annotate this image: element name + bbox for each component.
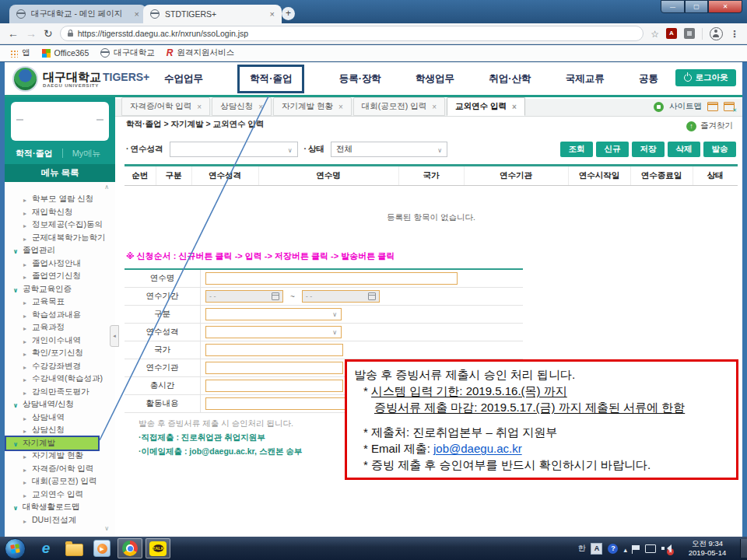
sitemap-link[interactable]: 사이트맵 <box>669 101 702 112</box>
send-button[interactable]: 발송 <box>703 142 736 157</box>
sidebar-item[interactable]: 졸업사정안내 <box>5 257 115 271</box>
new-tab-button[interactable]: + <box>282 7 295 20</box>
sidebar-item[interactable]: 수강내역(학습성과) <box>5 373 115 386</box>
bookmark-star-icon[interactable] <box>651 26 659 40</box>
start-date-input[interactable]: - - <box>205 290 283 303</box>
address-bar[interactable]: https://tigersstd.daegu.ac.kr/nxrun/ssoL… <box>60 26 644 41</box>
sidebar-item[interactable]: 대회(공모전) 입력 <box>5 475 115 488</box>
action-center-flag-icon[interactable] <box>633 545 640 550</box>
content-tab-outside-training[interactable]: 교외연수 입력 <box>447 97 525 116</box>
sidebar-item-outside-training[interactable]: 교외연수 입력 <box>5 488 115 502</box>
close-tab-icon[interactable] <box>338 102 343 111</box>
sidebar-item[interactable]: 상담내역 <box>5 411 115 425</box>
bookmark-office365[interactable]: Office365 <box>42 48 89 58</box>
delete-button[interactable]: 삭제 <box>668 142 700 157</box>
close-tab-icon[interactable] <box>270 9 275 19</box>
nav-student-affairs[interactable]: 학생업무 <box>416 72 454 86</box>
bookmark-daegu[interactable]: 대구대학교 <box>100 47 155 58</box>
calendar-icon[interactable] <box>368 292 376 300</box>
extension-icon[interactable] <box>684 28 695 39</box>
sidebar-group-counseling[interactable]: 상담내역/신청 <box>5 398 115 411</box>
back-button[interactable]: ← <box>8 27 19 40</box>
start-button[interactable] <box>5 538 26 559</box>
network-icon[interactable] <box>645 544 656 553</box>
ime-english-indicator[interactable]: A <box>591 543 602 555</box>
training-nature-select[interactable] <box>170 142 298 157</box>
profile-icon[interactable] <box>710 27 723 40</box>
maximize-button[interactable] <box>685 0 708 13</box>
menu-dots-icon[interactable] <box>730 26 739 40</box>
minimize-button[interactable] <box>661 0 685 13</box>
reload-button[interactable]: ↻ <box>44 27 53 40</box>
search-button[interactable]: 조회 <box>560 142 593 157</box>
training-nature-form-select[interactable] <box>205 326 342 338</box>
taskbar-kakaotalk[interactable]: TALK <box>146 538 170 558</box>
content-tab-selfdev-status[interactable]: 자기계발 현황 <box>273 97 352 116</box>
bookmark-remote-support[interactable]: R원격지원서비스 <box>167 47 234 58</box>
pdf-extension-icon[interactable]: A <box>666 28 677 39</box>
sidebar-item[interactable]: 자기계발 현황 <box>5 450 115 463</box>
taskbar-media-player[interactable]: ▶ <box>89 538 114 558</box>
bookmark-apps[interactable]: 앱 <box>9 47 30 58</box>
sidebar-item[interactable]: 재입학신청 <box>5 206 115 219</box>
close-tab-icon[interactable] <box>197 102 202 111</box>
forward-button[interactable]: → <box>26 27 37 40</box>
status-select[interactable]: 전체 <box>331 142 447 157</box>
calendar-icon[interactable] <box>272 292 279 300</box>
ime-korean-indicator[interactable]: 한 <box>577 543 585 554</box>
sidebar-item[interactable]: 학습성과내용 <box>5 309 115 322</box>
scroll-down-icon[interactable] <box>104 525 109 532</box>
sidebar-item[interactable]: 수강강좌변경 <box>5 360 115 373</box>
total-hours-input[interactable] <box>205 380 343 392</box>
save-button[interactable]: 저장 <box>632 142 665 157</box>
tray-expand-icon[interactable] <box>623 541 627 555</box>
browser-tab-stdtigers[interactable]: STDTIGERS+ <box>143 5 282 23</box>
division-select[interactable] <box>205 308 342 320</box>
show-desktop-button[interactable] <box>740 539 747 558</box>
sidebar-item[interactable]: 교육과정 <box>5 321 115 334</box>
close-tab-icon[interactable] <box>258 102 263 111</box>
sidebar-group-roadmap[interactable]: 대학생활로드맵 <box>5 501 115 514</box>
close-window-button[interactable] <box>708 0 742 13</box>
nav-records-graduation[interactable]: 학적·졸업 <box>237 65 304 93</box>
nav-registration-scholarship[interactable]: 등록·장학 <box>339 72 381 86</box>
sidebar-item[interactable]: 자격증/어학 입력 <box>5 463 115 476</box>
content-tab-counseling[interactable]: 상담신청 <box>212 97 272 116</box>
browser-tab-daegu[interactable]: 대구대학교 - 메인 페이지 <box>9 5 146 23</box>
nav-international[interactable]: 국제교류 <box>566 72 605 86</box>
taskbar-clock[interactable]: 오전 9:34 2019-05-14 <box>683 539 731 558</box>
content-tab-certificates[interactable]: 자격증/어학 입력 <box>121 97 210 116</box>
open-window-icon[interactable] <box>707 102 718 111</box>
sidebar-item[interactable]: 상담신청 <box>5 424 115 437</box>
ime-help-icon[interactable]: ? <box>608 544 618 554</box>
sidebar-item[interactable]: 교육목표 <box>5 296 115 309</box>
sidebar-item[interactable]: 강의만족도평가 <box>5 386 115 399</box>
logout-button[interactable]: 로그아웃 <box>675 69 736 86</box>
email-link[interactable]: job@daegu.ac.kr <box>433 442 522 455</box>
sidebar-tab-records[interactable]: 학적·졸업 <box>16 148 53 159</box>
sidebar-item[interactable]: 학부모 열람 신청 <box>5 193 115 206</box>
nav-employment-industry[interactable]: 취업·산학 <box>489 72 531 86</box>
training-name-input[interactable] <box>205 272 458 285</box>
taskbar-ie[interactable]: e <box>33 538 58 558</box>
sidebar-collapse-handle[interactable] <box>110 325 119 347</box>
sidebar-item[interactable]: 확인/포기신청 <box>5 347 115 360</box>
sidebar-item[interactable]: 졸업연기신청 <box>5 270 115 283</box>
close-all-windows-icon[interactable] <box>724 102 735 111</box>
content-tab-contest[interactable]: 대회(공모전) 입력 <box>353 97 445 116</box>
volume-muted-icon[interactable]: ✕ <box>661 544 672 553</box>
sidebar-group-engineering[interactable]: 공학교육인증 <box>5 283 115 296</box>
collapse-up-icon[interactable] <box>104 184 109 191</box>
close-tab-icon[interactable] <box>432 102 437 111</box>
add-favorite-link[interactable]: 즐겨찾기 <box>700 121 733 131</box>
close-tab-icon[interactable] <box>512 102 517 111</box>
sidebar-item[interactable]: 정보제공(수집)동의 <box>5 219 115 232</box>
nav-classes[interactable]: 수업업무 <box>164 72 203 86</box>
sidebar-item[interactable]: 군제대복학가능학기 <box>5 232 115 245</box>
institution-input[interactable] <box>205 362 343 374</box>
taskbar-explorer[interactable] <box>61 538 86 558</box>
sidebar-tab-mymenu[interactable]: My메뉴 <box>72 148 101 159</box>
sidebar-group-self-development[interactable]: 자기계발 <box>6 437 98 450</box>
sidebar-item[interactable]: DU비전설계 <box>5 514 115 527</box>
sidebar-group-graduation[interactable]: 졸업관리 <box>5 244 115 257</box>
